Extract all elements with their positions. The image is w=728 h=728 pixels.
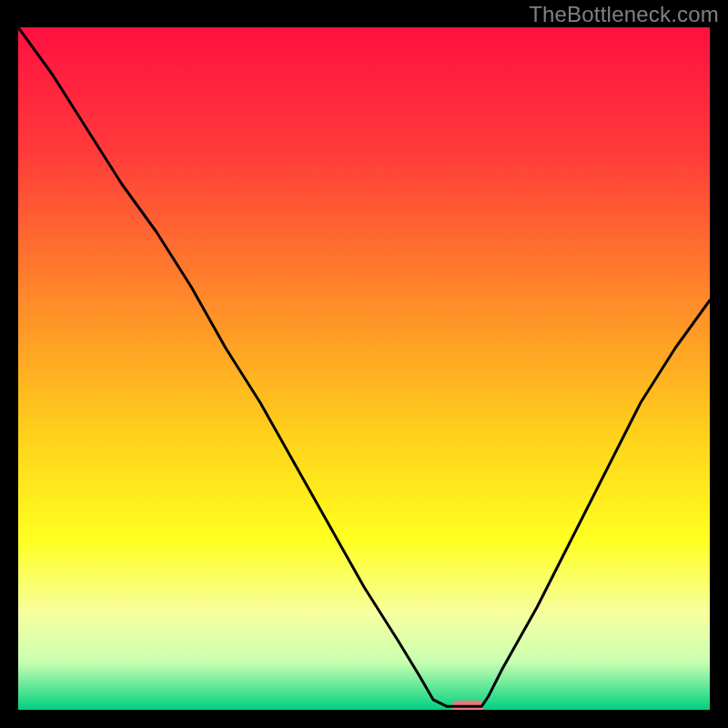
chart-svg <box>18 27 710 710</box>
plot-area <box>18 27 710 710</box>
watermark-text: TheBottleneck.com <box>529 2 719 27</box>
gradient-background <box>18 27 710 710</box>
chart-container: TheBottleneck.com <box>0 0 728 728</box>
